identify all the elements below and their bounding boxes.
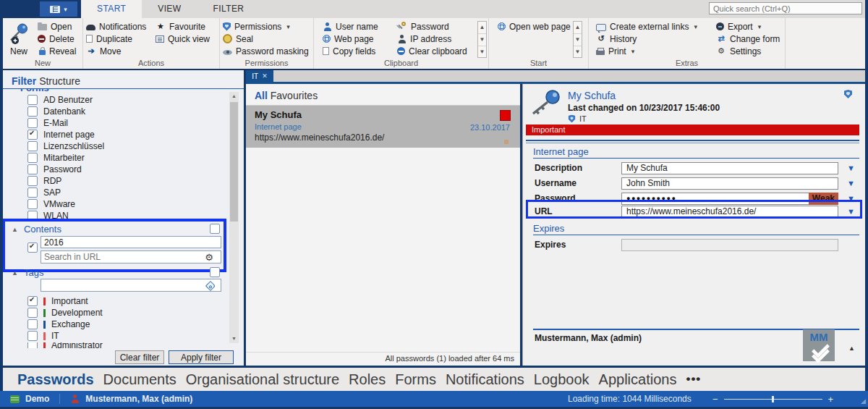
scroll-up-icon[interactable]: ▲	[229, 92, 239, 101]
move-button[interactable]: ➔Move	[83, 45, 153, 57]
contents-section-checkbox[interactable]	[210, 224, 220, 234]
password-masking-button[interactable]: Password masking	[220, 45, 312, 57]
nav-applications[interactable]: Applications	[599, 371, 677, 388]
tab-start[interactable]: START	[81, 0, 142, 18]
copy-web-page-button[interactable]: Web page	[320, 33, 394, 45]
seal-button[interactable]: Seal	[220, 33, 312, 45]
form-filter-item[interactable]: WLAN	[27, 211, 69, 221]
checkbox[interactable]	[27, 211, 38, 221]
nav-logbook[interactable]: Logbook	[534, 371, 590, 388]
form-filter-item[interactable]: Datenbank	[27, 106, 85, 117]
list-item[interactable]: My Schufa Internet page https://www.mein…	[246, 106, 520, 148]
field-dropdown-icon[interactable]: ▼	[847, 194, 855, 203]
spin-up-icon[interactable]: ▲	[478, 22, 486, 33]
contents-filter-checkbox[interactable]	[27, 243, 38, 253]
create-external-links-button[interactable]: Create external links▾	[593, 20, 713, 33]
contents-search-input[interactable]	[41, 236, 221, 248]
nav-documents[interactable]: Documents	[103, 371, 176, 388]
password-field[interactable]: ●●●●●●●●●● Weak	[621, 193, 838, 205]
copy-ip-address-button[interactable]: IP address	[394, 33, 475, 45]
tag-filter-item[interactable]: Development	[27, 308, 103, 318]
zoom-slider-thumb[interactable]	[772, 396, 774, 402]
nav-more-ellipsis[interactable]: •••	[686, 372, 701, 387]
checkbox[interactable]	[27, 164, 38, 174]
scroll-down-icon[interactable]: ▼	[229, 334, 239, 343]
form-filter-item[interactable]: RDP	[27, 176, 61, 186]
duplicate-button[interactable]: Duplicate	[83, 33, 153, 45]
resize-grip[interactable]: ◢	[861, 397, 866, 405]
print-button[interactable]: Print▾	[593, 45, 713, 57]
new-button[interactable]: New	[3, 20, 35, 57]
zoom-out-button[interactable]: −	[712, 394, 718, 405]
collapse-icon[interactable]: ▲	[12, 226, 18, 233]
checkbox[interactable]	[27, 331, 38, 341]
permissions-button[interactable]: Permissions▾	[220, 20, 312, 33]
change-form-button[interactable]: ⇄Change form	[713, 33, 783, 45]
form-filter-item[interactable]: Password	[27, 164, 82, 174]
checkbox[interactable]	[27, 308, 38, 318]
nav-organisational-structure[interactable]: Organisational structure	[186, 371, 339, 388]
app-menu-button[interactable]: ▾	[40, 1, 77, 17]
username-field[interactable]: John Smith	[621, 177, 838, 190]
checkbox[interactable]	[27, 118, 38, 128]
zoom-slider-track[interactable]	[724, 399, 822, 400]
expand-up-icon[interactable]: ▲	[848, 345, 855, 352]
zoom-in-button[interactable]: +	[828, 394, 834, 405]
checkbox[interactable]	[27, 153, 38, 163]
favourite-button[interactable]: ★Favourite	[153, 20, 213, 33]
tag-search-input[interactable]	[41, 279, 221, 292]
form-filter-item[interactable]: Mitarbeiter	[27, 153, 85, 163]
scrollbar-thumb[interactable]	[230, 102, 238, 222]
nav-notifications[interactable]: Notifications	[446, 371, 524, 388]
form-filter-item[interactable]: E-Mail	[27, 118, 68, 128]
field-dropdown-icon[interactable]: ▼	[847, 179, 855, 187]
nav-forms[interactable]: Forms	[395, 371, 436, 388]
checkbox[interactable]	[27, 319, 38, 329]
checkbox[interactable]	[27, 95, 38, 105]
open-web-page-button[interactable]: Open web page	[495, 20, 570, 33]
open-button[interactable]: Open	[35, 20, 79, 33]
close-icon[interactable]: ✕	[262, 72, 268, 80]
clear-filter-button[interactable]: Clear filter	[115, 350, 164, 364]
spin-more-icon[interactable]: ▼	[574, 46, 582, 58]
tag-filter-item[interactable]: Exchange	[27, 319, 90, 329]
checkbox[interactable]	[27, 342, 38, 348]
collapse-icon[interactable]: ▲	[12, 269, 18, 277]
tags-section-checkbox[interactable]	[210, 267, 220, 277]
notifications-button[interactable]: Notifications	[83, 20, 153, 33]
settings-button[interactable]: ⚙Settings	[713, 45, 783, 57]
tag-filter-item[interactable]: IT	[27, 331, 59, 341]
url-search-input[interactable]	[41, 250, 221, 263]
clear-clipboard-button[interactable]: Clear clipboard	[394, 45, 475, 57]
checkbox[interactable]	[27, 106, 38, 117]
tag-filter-item[interactable]: Administrator	[27, 342, 103, 348]
description-field[interactable]: My Schufa	[621, 162, 838, 174]
form-filter-item[interactable]: VMware	[27, 199, 75, 209]
shield-icon[interactable]	[844, 90, 852, 98]
quick-search-input[interactable]	[709, 2, 862, 14]
spin-up-icon[interactable]: ▲	[574, 22, 582, 33]
copy-password-button[interactable]: Password	[394, 20, 475, 33]
delete-button[interactable]: Delete	[35, 33, 79, 45]
checkbox[interactable]	[27, 130, 38, 140]
form-filter-item[interactable]: Lizenzschlüssel	[27, 141, 104, 151]
checkbox[interactable]	[27, 176, 38, 186]
reveal-button[interactable]: Reveal	[35, 45, 79, 57]
url-field[interactable]: https://www.meineschufa2016.de/	[621, 206, 838, 218]
contents-section-header[interactable]: ▲Contents	[12, 224, 61, 235]
tab-view[interactable]: VIEW	[142, 0, 197, 18]
export-button[interactable]: Export▾	[713, 20, 783, 33]
copy-user-name-button[interactable]: User name	[320, 20, 394, 33]
expires-field[interactable]	[621, 239, 838, 251]
form-filter-item[interactable]: Internet page	[27, 130, 95, 140]
tags-section-header[interactable]: ▲Tags	[12, 267, 43, 278]
checkbox[interactable]	[27, 187, 38, 198]
checkbox[interactable]	[27, 141, 38, 151]
field-dropdown-icon[interactable]: ▼	[847, 164, 855, 172]
spin-more-icon[interactable]: ▼	[478, 46, 486, 58]
search-settings-gear-icon[interactable]: ⚙	[204, 253, 214, 262]
tag-filter-item[interactable]: Important	[27, 296, 88, 306]
nav-passwords[interactable]: Passwords	[17, 371, 94, 388]
nav-roles[interactable]: Roles	[349, 371, 386, 388]
user-avatar[interactable]: MM	[803, 329, 835, 361]
